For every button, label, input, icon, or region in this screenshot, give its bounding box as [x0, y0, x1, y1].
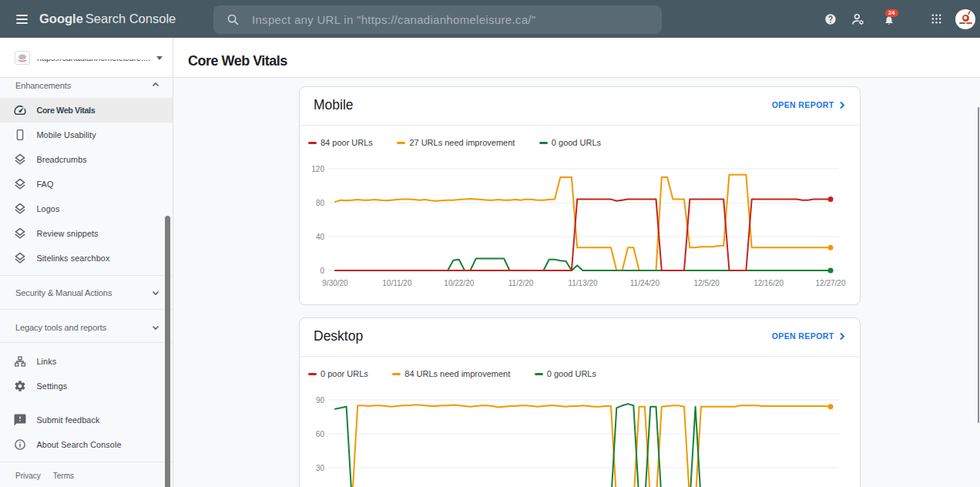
svg-text:9/30/20: 9/30/20	[322, 279, 348, 287]
svg-text:10/22/20: 10/22/20	[444, 279, 474, 287]
svg-text:12/27/20: 12/27/20	[816, 279, 846, 287]
svg-text:120: 120	[311, 165, 324, 173]
svg-text:11/13/20: 11/13/20	[568, 279, 598, 287]
svg-text:10/11/20: 10/11/20	[382, 279, 412, 287]
svg-text:80: 80	[316, 199, 325, 207]
svg-text:12/5/20: 12/5/20	[694, 279, 720, 287]
svg-text:11/2/20: 11/2/20	[508, 279, 534, 287]
svg-text:12/16/20: 12/16/20	[753, 279, 784, 287]
svg-text:60: 60	[316, 430, 325, 438]
svg-text:40: 40	[316, 233, 325, 241]
svg-text:90: 90	[316, 396, 325, 405]
svg-text:11/24/20: 11/24/20	[630, 279, 660, 287]
svg-text:30: 30	[316, 464, 325, 472]
svg-text:0: 0	[320, 267, 324, 275]
